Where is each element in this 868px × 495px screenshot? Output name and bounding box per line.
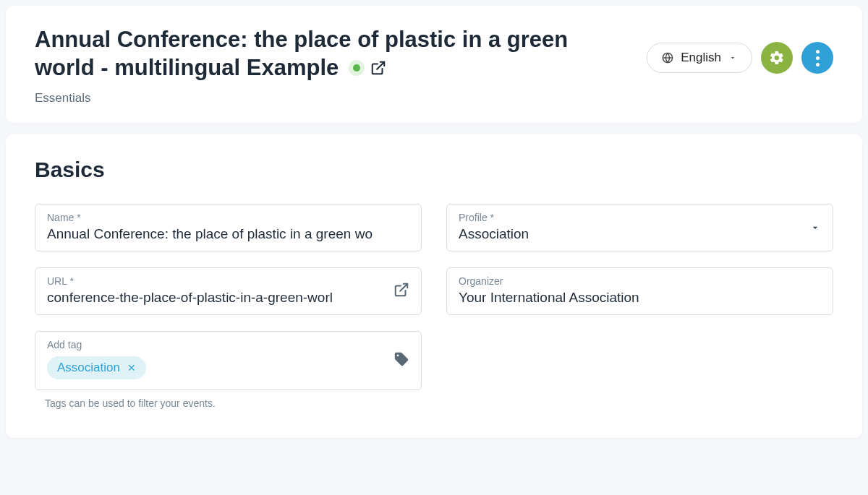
tags-field[interactable]: Add tag Association ✕	[35, 331, 422, 390]
page-title-line2: world - multilingual Example	[35, 54, 599, 82]
gear-icon	[769, 50, 785, 66]
tag-chip-label: Association	[57, 361, 120, 375]
svg-line-3	[400, 283, 407, 290]
section-title: Basics	[35, 158, 833, 182]
header-right: English	[647, 26, 833, 74]
organizer-label: Organizer	[459, 275, 821, 287]
main-card: Basics Name * Profile * Association URL …	[6, 134, 862, 438]
tag-chip[interactable]: Association ✕	[47, 356, 146, 379]
open-external-icon[interactable]	[393, 282, 409, 301]
header-left: Annual Conference: the place of plastic …	[35, 26, 599, 106]
subheading: Essentials	[35, 91, 599, 106]
svg-line-0	[377, 62, 384, 69]
organizer-field[interactable]: Organizer	[446, 267, 833, 315]
profile-field[interactable]: Profile * Association	[446, 204, 833, 251]
name-field[interactable]: Name *	[35, 204, 422, 251]
status-dot-icon	[353, 64, 360, 72]
settings-button[interactable]	[761, 42, 793, 74]
name-label: Name *	[47, 212, 409, 223]
url-label: URL *	[47, 275, 409, 287]
language-select[interactable]: English	[647, 43, 752, 73]
caret-down-icon	[728, 53, 737, 62]
url-input[interactable]	[47, 290, 383, 306]
organizer-input[interactable]	[459, 290, 821, 306]
close-icon[interactable]: ✕	[127, 362, 136, 374]
tags-wrap: Add tag Association ✕ Tags can be used t…	[35, 331, 422, 409]
tag-icon[interactable]	[393, 351, 409, 370]
language-label: English	[681, 51, 721, 65]
more-button[interactable]	[801, 42, 833, 74]
profile-label: Profile *	[459, 212, 821, 223]
page-title: Annual Conference: the place of plastic …	[35, 26, 599, 82]
tags-label: Add tag	[47, 339, 409, 350]
tags-helper: Tags can be used to filter your events.	[35, 397, 422, 409]
header-card: Annual Conference: the place of plastic …	[6, 6, 862, 123]
profile-value: Association	[459, 226, 821, 242]
page-title-line1: Annual Conference: the place of plastic …	[35, 26, 599, 54]
globe-icon	[662, 52, 673, 64]
more-vertical-icon	[816, 50, 820, 66]
name-input[interactable]	[47, 226, 409, 242]
page-title-line2-text: world - multilingual Example	[35, 54, 339, 82]
caret-down-icon	[809, 222, 821, 233]
form-grid: Name * Profile * Association URL * Organ…	[35, 204, 833, 409]
url-field[interactable]: URL *	[35, 267, 422, 315]
open-external-icon[interactable]	[370, 60, 386, 76]
